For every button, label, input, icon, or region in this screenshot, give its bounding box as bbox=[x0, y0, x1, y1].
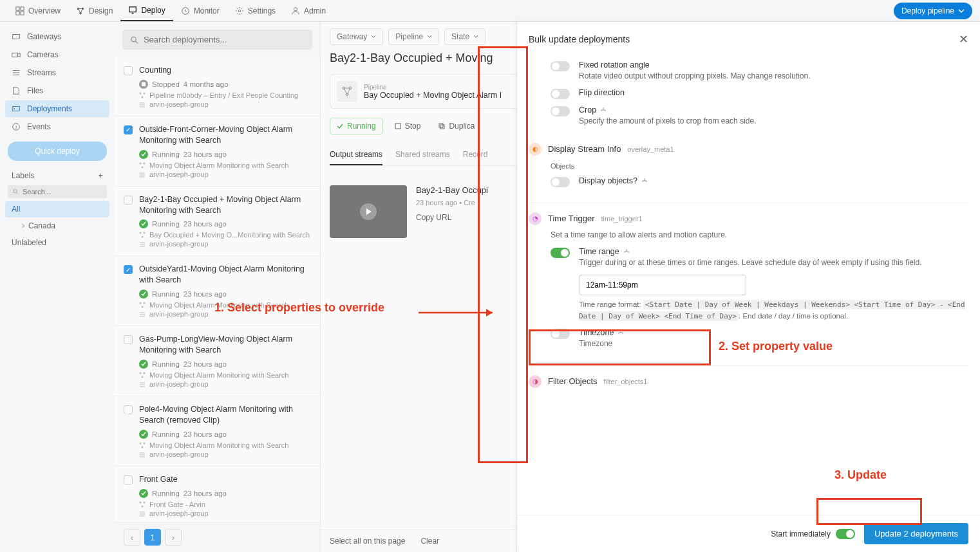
deployment-status: Running bbox=[152, 290, 180, 298]
display-stream-name: Display Stream Info bbox=[548, 144, 621, 154]
sidebar-events[interactable]: iEvents bbox=[5, 118, 109, 135]
deployments-search-input[interactable] bbox=[144, 35, 305, 44]
svg-point-24 bbox=[144, 162, 146, 164]
sidebar-files[interactable]: Files bbox=[5, 82, 109, 99]
group-icon bbox=[139, 101, 146, 107]
svg-point-14 bbox=[14, 108, 15, 109]
deploy-pipeline-button[interactable]: Deploy pipeline bbox=[894, 3, 972, 19]
pipeline-icon bbox=[139, 442, 146, 448]
nav-overview[interactable]: Overview bbox=[8, 1, 68, 21]
label-canada[interactable]: Canada bbox=[5, 217, 109, 234]
deployment-checkbox[interactable] bbox=[124, 66, 133, 75]
toggle-display-objects[interactable] bbox=[551, 177, 570, 187]
filter-state[interactable]: State bbox=[444, 28, 485, 45]
deployment-item[interactable]: Pole4-Moving Object Alarm Monitoring wit… bbox=[115, 396, 320, 466]
deployments-search[interactable] bbox=[122, 30, 312, 50]
deployment-checkbox[interactable] bbox=[124, 475, 133, 484]
deployment-checkbox[interactable] bbox=[124, 196, 133, 205]
svg-point-17 bbox=[14, 189, 17, 192]
deployment-item[interactable]: Front Gate Running 23 hours ago Front Ga… bbox=[115, 466, 320, 522]
svg-point-21 bbox=[144, 92, 146, 94]
deployment-age: 23 hours ago bbox=[184, 290, 227, 298]
chevron-down-icon bbox=[371, 34, 376, 39]
deployment-title: Outside-Front-Corner-Moving Object Alarm… bbox=[139, 124, 311, 146]
filter-pipeline[interactable]: Pipeline bbox=[388, 28, 439, 45]
svg-point-20 bbox=[140, 92, 142, 94]
quick-deploy-button[interactable]: Quick deploy bbox=[8, 142, 107, 161]
nav-admin[interactable]: Admin bbox=[283, 1, 334, 21]
panel-title: Bulk update deployments bbox=[529, 34, 630, 44]
page-prev[interactable]: ‹ bbox=[124, 529, 140, 546]
add-label-icon[interactable]: + bbox=[99, 171, 103, 180]
svg-point-27 bbox=[144, 232, 146, 234]
deployment-item[interactable]: OutsideYard1-Moving Object Alarm Monitor… bbox=[115, 256, 320, 326]
sidebar-deployments[interactable]: Deployments bbox=[5, 100, 109, 117]
deployment-group: arvin-joseph-group bbox=[149, 450, 209, 458]
filter-gateway[interactable]: Gateway bbox=[330, 28, 383, 45]
deployment-item[interactable]: Gas-Pump-LongView-Moving Object Alarm Mo… bbox=[115, 326, 320, 396]
toggle-flip[interactable] bbox=[551, 89, 570, 99]
deployment-item[interactable]: Bay2-1-Bay Occupied + Moving Object Alar… bbox=[115, 187, 320, 257]
clear-link[interactable]: Clear bbox=[420, 537, 439, 546]
page-1[interactable]: 1 bbox=[144, 529, 161, 546]
time-trigger-badge: ◔ bbox=[529, 212, 542, 225]
svg-point-36 bbox=[144, 442, 146, 444]
status-dot bbox=[139, 219, 148, 228]
sidebar-cameras[interactable]: Cameras bbox=[5, 46, 109, 63]
prop-crop-label: Crop bbox=[579, 106, 968, 115]
nav-deploy[interactable]: Deploy bbox=[120, 1, 173, 21]
deployment-checkbox[interactable] bbox=[124, 265, 133, 274]
deployment-pipeline: Front Gate - Arvin bbox=[149, 501, 205, 508]
nav-monitor[interactable]: Monitor bbox=[173, 1, 227, 21]
label-all[interactable]: All bbox=[5, 201, 109, 217]
start-immediately-toggle[interactable]: Start immediately bbox=[771, 528, 855, 539]
duplicate-button[interactable]: Duplica bbox=[432, 118, 481, 134]
check-icon bbox=[337, 123, 343, 129]
deployment-checkbox[interactable] bbox=[124, 125, 133, 134]
deployment-checkbox[interactable] bbox=[124, 335, 133, 344]
labels-search[interactable] bbox=[8, 185, 107, 198]
sidebar-streams[interactable]: Streams bbox=[5, 64, 109, 81]
deployment-checkbox[interactable] bbox=[124, 405, 133, 414]
toggle-crop[interactable] bbox=[551, 106, 570, 116]
toggle-fixed-rotation[interactable] bbox=[551, 61, 570, 71]
display-stream-badge: ◐ bbox=[529, 143, 542, 156]
stream-thumbnail[interactable] bbox=[330, 185, 407, 238]
tab-record[interactable]: Record bbox=[463, 145, 488, 165]
tab-shared-streams[interactable]: Shared streams bbox=[395, 145, 450, 165]
deployment-title: Front Gate bbox=[139, 474, 311, 485]
svg-point-33 bbox=[144, 372, 146, 374]
svg-point-35 bbox=[140, 442, 142, 444]
tab-output-streams[interactable]: Output streams bbox=[330, 145, 382, 165]
toggle-time-range[interactable] bbox=[551, 248, 570, 258]
hierarchy-icon bbox=[617, 329, 624, 336]
deployment-item[interactable]: Outside-Front-Corner-Moving Object Alarm… bbox=[115, 116, 320, 187]
sidebar-gateways[interactable]: Gateways bbox=[5, 28, 109, 45]
deployment-item[interactable]: Counting Stopped 4 months ago Pipeline m… bbox=[115, 57, 320, 116]
select-all-link[interactable]: Select all on this page bbox=[330, 537, 405, 546]
svg-point-26 bbox=[140, 232, 142, 234]
group-icon bbox=[139, 171, 146, 178]
nav-settings[interactable]: Settings bbox=[227, 1, 283, 21]
nav-design[interactable]: Design bbox=[68, 1, 120, 21]
svg-point-28 bbox=[142, 236, 144, 238]
deployment-pipeline: Bay Occupied + Moving O...Monitoring wit… bbox=[149, 231, 310, 239]
prop-display-objects-label: Display objects? bbox=[579, 176, 968, 185]
svg-point-37 bbox=[142, 446, 144, 448]
labels-search-input[interactable] bbox=[23, 188, 102, 196]
svg-point-30 bbox=[144, 302, 146, 304]
close-panel-button[interactable]: ✕ bbox=[959, 32, 968, 46]
stop-button[interactable]: Stop bbox=[388, 118, 428, 134]
svg-rect-13 bbox=[13, 107, 20, 111]
label-unlabeled[interactable]: Unlabeled bbox=[5, 234, 109, 251]
gateway-icon bbox=[12, 32, 21, 41]
update-deployments-button[interactable]: Update 2 deployments bbox=[864, 523, 968, 544]
time-range-input[interactable] bbox=[579, 275, 746, 295]
toggle-start-immediately[interactable] bbox=[836, 529, 855, 539]
pipeline-icon bbox=[337, 81, 357, 102]
deployment-status: Stopped bbox=[152, 80, 180, 88]
toggle-timezone[interactable] bbox=[551, 329, 570, 339]
group-icon bbox=[139, 381, 146, 387]
page-next[interactable]: › bbox=[165, 529, 182, 546]
camera-icon bbox=[12, 50, 21, 59]
